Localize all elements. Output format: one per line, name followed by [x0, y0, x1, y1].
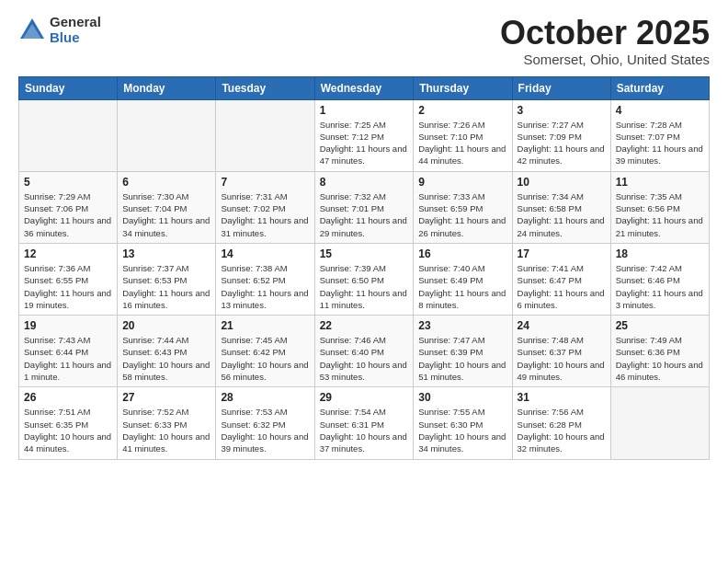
calendar-cell: [118, 99, 216, 171]
calendar-week-row: 19Sunrise: 7:43 AM Sunset: 6:44 PM Dayli…: [19, 316, 710, 387]
calendar-table: SundayMondayTuesdayWednesdayThursdayFrid…: [18, 76, 710, 460]
calendar-cell: 3Sunrise: 7:27 AM Sunset: 7:09 PM Daylig…: [512, 99, 610, 171]
day-info: Sunrise: 7:42 AM Sunset: 6:46 PM Dayligh…: [616, 262, 704, 311]
day-number: 1: [320, 104, 409, 117]
day-number: 25: [616, 319, 704, 332]
day-number: 6: [122, 176, 210, 189]
calendar-cell: [19, 99, 118, 171]
day-header: Thursday: [414, 76, 512, 99]
calendar-cell: 11Sunrise: 7:35 AM Sunset: 6:56 PM Dayli…: [610, 171, 709, 243]
calendar-cell: [610, 387, 709, 459]
day-info: Sunrise: 7:46 AM Sunset: 6:40 PM Dayligh…: [320, 334, 409, 383]
day-number: 2: [418, 104, 506, 117]
calendar-cell: 25Sunrise: 7:49 AM Sunset: 6:36 PM Dayli…: [610, 316, 709, 387]
day-number: 5: [24, 176, 112, 189]
day-number: 20: [122, 319, 210, 332]
day-info: Sunrise: 7:31 AM Sunset: 7:02 PM Dayligh…: [221, 190, 309, 239]
day-header: Sunday: [19, 76, 118, 99]
logo-icon: [18, 17, 46, 44]
logo-general: General: [50, 15, 101, 30]
calendar-cell: 7Sunrise: 7:31 AM Sunset: 7:02 PM Daylig…: [216, 171, 314, 243]
day-number: 31: [518, 391, 606, 404]
day-number: 10: [518, 176, 606, 189]
day-number: 29: [320, 391, 409, 404]
day-info: Sunrise: 7:41 AM Sunset: 6:47 PM Dayligh…: [518, 262, 606, 311]
day-header: Saturday: [610, 76, 709, 99]
day-info: Sunrise: 7:34 AM Sunset: 6:58 PM Dayligh…: [518, 190, 606, 239]
day-number: 17: [518, 247, 606, 260]
calendar-cell: 26Sunrise: 7:51 AM Sunset: 6:35 PM Dayli…: [19, 387, 118, 459]
day-info: Sunrise: 7:44 AM Sunset: 6:43 PM Dayligh…: [122, 334, 210, 383]
day-info: Sunrise: 7:36 AM Sunset: 6:55 PM Dayligh…: [24, 262, 112, 311]
calendar-cell: 19Sunrise: 7:43 AM Sunset: 6:44 PM Dayli…: [19, 316, 118, 387]
day-info: Sunrise: 7:56 AM Sunset: 6:28 PM Dayligh…: [518, 406, 606, 454]
logo-blue-text: Blue: [50, 30, 101, 46]
day-number: 4: [616, 104, 704, 117]
day-number: 9: [418, 176, 506, 189]
day-info: Sunrise: 7:55 AM Sunset: 6:30 PM Dayligh…: [418, 406, 506, 454]
day-info: Sunrise: 7:47 AM Sunset: 6:39 PM Dayligh…: [418, 334, 506, 383]
day-info: Sunrise: 7:40 AM Sunset: 6:49 PM Dayligh…: [418, 262, 506, 311]
day-info: Sunrise: 7:25 AM Sunset: 7:12 PM Dayligh…: [320, 119, 409, 167]
day-number: 21: [221, 319, 309, 332]
day-number: 28: [221, 391, 309, 404]
day-info: Sunrise: 7:30 AM Sunset: 7:04 PM Dayligh…: [122, 190, 210, 239]
calendar-cell: 14Sunrise: 7:38 AM Sunset: 6:52 PM Dayli…: [216, 243, 314, 315]
calendar-cell: 31Sunrise: 7:56 AM Sunset: 6:28 PM Dayli…: [512, 387, 610, 459]
day-info: Sunrise: 7:43 AM Sunset: 6:44 PM Dayligh…: [24, 334, 112, 383]
day-number: 12: [24, 247, 112, 260]
calendar-cell: [216, 99, 314, 171]
day-number: 7: [221, 176, 309, 189]
day-number: 26: [24, 391, 112, 404]
day-number: 11: [616, 176, 704, 189]
calendar-cell: 6Sunrise: 7:30 AM Sunset: 7:04 PM Daylig…: [118, 171, 216, 243]
day-info: Sunrise: 7:33 AM Sunset: 6:59 PM Dayligh…: [418, 190, 506, 239]
calendar-cell: 29Sunrise: 7:54 AM Sunset: 6:31 PM Dayli…: [314, 387, 414, 459]
day-info: Sunrise: 7:27 AM Sunset: 7:09 PM Dayligh…: [518, 119, 606, 167]
day-info: Sunrise: 7:29 AM Sunset: 7:06 PM Dayligh…: [24, 190, 112, 239]
day-number: 23: [418, 319, 506, 332]
calendar-cell: 18Sunrise: 7:42 AM Sunset: 6:46 PM Dayli…: [610, 243, 709, 315]
day-number: 24: [518, 319, 606, 332]
calendar-week-row: 5Sunrise: 7:29 AM Sunset: 7:06 PM Daylig…: [19, 171, 710, 243]
day-info: Sunrise: 7:53 AM Sunset: 6:32 PM Dayligh…: [221, 406, 309, 454]
day-info: Sunrise: 7:49 AM Sunset: 6:36 PM Dayligh…: [616, 334, 704, 383]
calendar-cell: 12Sunrise: 7:36 AM Sunset: 6:55 PM Dayli…: [19, 243, 118, 315]
month-title: October 2025: [500, 15, 710, 52]
calendar-cell: 8Sunrise: 7:32 AM Sunset: 7:01 PM Daylig…: [314, 171, 414, 243]
day-header: Tuesday: [216, 76, 314, 99]
day-info: Sunrise: 7:54 AM Sunset: 6:31 PM Dayligh…: [320, 406, 409, 454]
day-info: Sunrise: 7:35 AM Sunset: 6:56 PM Dayligh…: [616, 190, 704, 239]
day-number: 15: [320, 247, 409, 260]
day-number: 30: [418, 391, 506, 404]
day-number: 16: [418, 247, 506, 260]
logo: General Blue: [18, 15, 101, 45]
calendar-cell: 21Sunrise: 7:45 AM Sunset: 6:42 PM Dayli…: [216, 316, 314, 387]
day-number: 3: [518, 104, 606, 117]
day-info: Sunrise: 7:39 AM Sunset: 6:50 PM Dayligh…: [320, 262, 409, 311]
calendar-cell: 23Sunrise: 7:47 AM Sunset: 6:39 PM Dayli…: [414, 316, 512, 387]
day-info: Sunrise: 7:45 AM Sunset: 6:42 PM Dayligh…: [221, 334, 309, 383]
calendar-cell: 16Sunrise: 7:40 AM Sunset: 6:49 PM Dayli…: [414, 243, 512, 315]
calendar-cell: 17Sunrise: 7:41 AM Sunset: 6:47 PM Dayli…: [512, 243, 610, 315]
calendar-cell: 28Sunrise: 7:53 AM Sunset: 6:32 PM Dayli…: [216, 387, 314, 459]
calendar-cell: 30Sunrise: 7:55 AM Sunset: 6:30 PM Dayli…: [414, 387, 512, 459]
day-header: Friday: [512, 76, 610, 99]
day-info: Sunrise: 7:52 AM Sunset: 6:33 PM Dayligh…: [122, 406, 210, 454]
calendar-week-row: 1Sunrise: 7:25 AM Sunset: 7:12 PM Daylig…: [19, 99, 710, 171]
calendar-header-row: SundayMondayTuesdayWednesdayThursdayFrid…: [19, 76, 710, 99]
day-header: Monday: [118, 76, 216, 99]
calendar-cell: 15Sunrise: 7:39 AM Sunset: 6:50 PM Dayli…: [314, 243, 414, 315]
calendar-cell: 24Sunrise: 7:48 AM Sunset: 6:37 PM Dayli…: [512, 316, 610, 387]
calendar-cell: 13Sunrise: 7:37 AM Sunset: 6:53 PM Dayli…: [118, 243, 216, 315]
day-header: Wednesday: [314, 76, 414, 99]
day-number: 18: [616, 247, 704, 260]
day-number: 22: [320, 319, 409, 332]
day-number: 27: [122, 391, 210, 404]
day-info: Sunrise: 7:26 AM Sunset: 7:10 PM Dayligh…: [418, 119, 506, 167]
day-number: 14: [221, 247, 309, 260]
day-number: 13: [122, 247, 210, 260]
calendar-cell: 27Sunrise: 7:52 AM Sunset: 6:33 PM Dayli…: [118, 387, 216, 459]
calendar-cell: 9Sunrise: 7:33 AM Sunset: 6:59 PM Daylig…: [414, 171, 512, 243]
calendar-week-row: 12Sunrise: 7:36 AM Sunset: 6:55 PM Dayli…: [19, 243, 710, 315]
